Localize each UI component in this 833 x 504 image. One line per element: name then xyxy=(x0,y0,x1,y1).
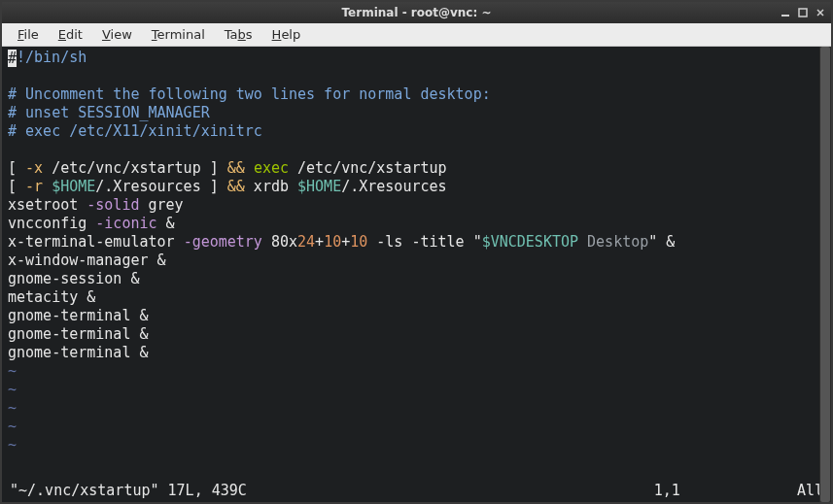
maximize-button[interactable] xyxy=(796,6,810,19)
titlebar[interactable]: Terminal - root@vnc: ~ xyxy=(2,2,831,23)
code-line: xsetroot -solid grey xyxy=(8,196,823,215)
code-line: gnome-terminal & xyxy=(8,307,823,325)
code-line: # Uncomment the following two lines for … xyxy=(8,85,823,104)
terminal-viewport[interactable]: #!/bin/sh # Uncomment the following two … xyxy=(2,47,831,502)
code-line: gnome-session & xyxy=(8,270,823,288)
close-button[interactable] xyxy=(814,6,827,19)
code-line: [ -r $HOME/.Xresources ] && xrdb $HOME/.… xyxy=(8,178,823,196)
code-line: gnome-terminal & xyxy=(8,325,823,344)
menu-edit[interactable]: Edit xyxy=(51,25,90,44)
code-line: gnome-terminal & xyxy=(8,344,823,362)
terminal-content: #!/bin/sh # Uncomment the following two … xyxy=(2,47,831,456)
code-line xyxy=(8,67,823,85)
empty-line-tilde: ~ xyxy=(8,362,823,381)
cursor: # xyxy=(8,50,17,67)
svg-rect-0 xyxy=(781,15,789,17)
code-line: vncconfig -iconic & xyxy=(8,215,823,233)
empty-line-tilde: ~ xyxy=(8,381,823,399)
empty-line-tilde: ~ xyxy=(8,436,823,454)
svg-rect-1 xyxy=(799,9,807,17)
menu-tabs[interactable]: Tabs xyxy=(217,25,260,44)
terminal-window: Terminal - root@vnc: ~ File Edit View Te… xyxy=(0,0,833,504)
code-line: # exec /etc/X11/xinit/xinitrc xyxy=(8,122,823,141)
menu-view[interactable]: View xyxy=(94,25,140,44)
code-line: metacity & xyxy=(8,288,823,307)
code-line: x-terminal-emulator -geometry 80x24+10+1… xyxy=(8,233,823,252)
code-line: x-window-manager & xyxy=(8,252,823,270)
status-filename: "~/.vnc/xstartup" 17L, 439C xyxy=(10,482,247,500)
empty-line-tilde: ~ xyxy=(8,418,823,436)
menu-file[interactable]: File xyxy=(10,25,47,44)
code-line: [ -x /etc/vnc/xstartup ] && exec /etc/vn… xyxy=(8,159,823,178)
code-line: # unset SESSION_MANAGER xyxy=(8,104,823,122)
scrollbar[interactable] xyxy=(819,47,831,502)
scrollbar-thumb[interactable] xyxy=(820,47,830,502)
status-cursor: 1,1 xyxy=(654,482,797,500)
vim-status-line: "~/.vnc/xstartup" 17L, 439C 1,1 All xyxy=(10,482,823,500)
code-line xyxy=(8,141,823,159)
empty-line-tilde: ~ xyxy=(8,399,823,418)
menu-terminal[interactable]: Terminal xyxy=(144,25,213,44)
code-line: #!/bin/sh xyxy=(8,49,823,67)
minimize-button[interactable] xyxy=(779,6,792,19)
menubar: File Edit View Terminal Tabs Help xyxy=(2,23,831,47)
window-title: Terminal - root@vnc: ~ xyxy=(341,6,491,19)
menu-help[interactable]: Help xyxy=(264,25,309,44)
window-controls xyxy=(779,6,827,19)
